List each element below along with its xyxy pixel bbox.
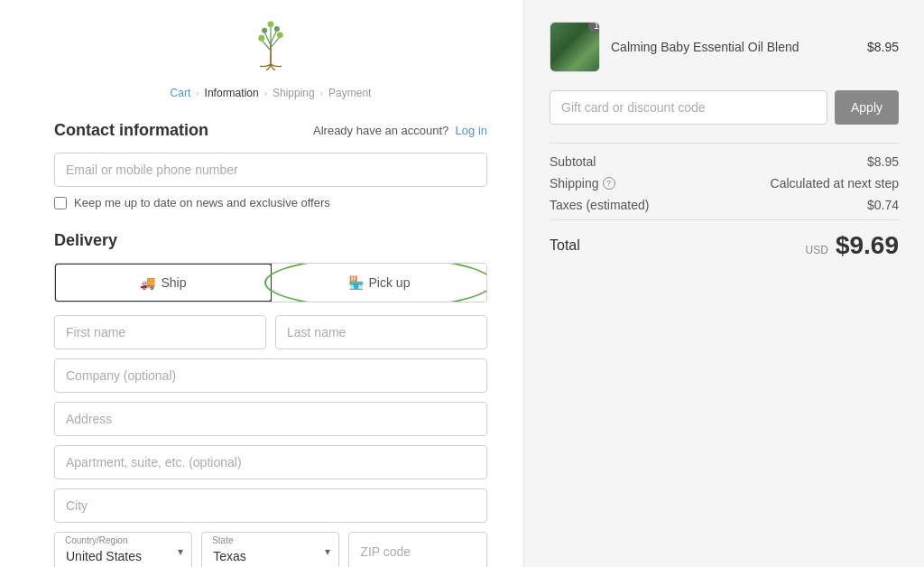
svg-point-10 bbox=[268, 21, 274, 27]
checkout-form: Cart › Information › Shipping › Payment … bbox=[0, 0, 523, 567]
tab-pickup-label: Pick up bbox=[369, 275, 411, 290]
total-divider bbox=[550, 219, 899, 220]
pickup-icon: 🏪 bbox=[348, 275, 364, 290]
product-name: Calming Baby Essential Oil Blend bbox=[611, 40, 856, 54]
breadcrumb: Cart › Information › Shipping › Payment bbox=[54, 87, 487, 99]
location-row: Country/Region United States ▾ State Tex… bbox=[54, 532, 487, 567]
existing-account-text: Already have an account? Log in bbox=[313, 124, 487, 137]
tab-ship-label: Ship bbox=[161, 275, 186, 290]
breadcrumb-separator-2: › bbox=[264, 88, 267, 98]
order-summary-panel: 1 Calming Baby Essential Oil Blend $8.95… bbox=[523, 0, 924, 567]
breadcrumb-information: Information bbox=[205, 87, 259, 99]
logo-area bbox=[54, 18, 487, 72]
email-input[interactable] bbox=[54, 153, 487, 187]
product-image-wrapper: 1 bbox=[550, 22, 600, 72]
summary-divider bbox=[550, 143, 899, 144]
email-field-wrapper bbox=[54, 153, 487, 187]
city-input[interactable] bbox=[54, 488, 487, 523]
order-item: 1 Calming Baby Essential Oil Blend $8.95 bbox=[550, 22, 899, 72]
address-input[interactable] bbox=[54, 402, 487, 436]
total-row: Total USD $9.69 bbox=[550, 231, 899, 260]
newsletter-label: Keep me up to date on news and exclusive… bbox=[74, 196, 330, 209]
country-select-wrapper: Country/Region United States ▾ bbox=[54, 532, 192, 567]
first-name-input[interactable] bbox=[54, 315, 266, 349]
city-field-wrapper bbox=[54, 488, 487, 523]
apartment-input[interactable] bbox=[54, 445, 487, 479]
subtotal-value: $8.95 bbox=[867, 154, 899, 169]
apply-button[interactable]: Apply bbox=[835, 90, 899, 125]
shipping-row: Shipping ? Calculated at next step bbox=[550, 176, 899, 191]
shipping-label: Shipping bbox=[550, 176, 599, 191]
tab-ship[interactable]: 🚚 Ship bbox=[54, 263, 273, 302]
zip-input[interactable] bbox=[348, 532, 487, 567]
apartment-field-wrapper bbox=[54, 445, 487, 479]
subtotal-label: Subtotal bbox=[550, 154, 596, 169]
login-link[interactable]: Log in bbox=[456, 124, 487, 137]
address-field-wrapper bbox=[54, 402, 487, 436]
breadcrumb-shipping: Shipping bbox=[273, 87, 315, 99]
breadcrumb-cart[interactable]: Cart bbox=[171, 87, 191, 99]
country-label: Country/Region bbox=[65, 535, 127, 545]
delivery-tabs: 🚚 Ship 🏪 Pick up bbox=[54, 263, 487, 302]
total-currency: USD bbox=[806, 244, 828, 256]
shipping-label-group: Shipping ? bbox=[550, 176, 615, 191]
total-amount-group: USD $9.69 bbox=[806, 231, 899, 260]
svg-line-3 bbox=[264, 32, 271, 45]
delivery-section: Delivery 🚚 Ship 🏪 Pick up bbox=[54, 231, 487, 567]
contact-info-title: Contact information bbox=[54, 121, 208, 140]
shipping-help-icon[interactable]: ? bbox=[603, 177, 615, 190]
name-row bbox=[54, 315, 487, 349]
taxes-value: $0.74 bbox=[867, 198, 899, 212]
state-label: State bbox=[212, 535, 233, 545]
delivery-title: Delivery bbox=[54, 231, 487, 250]
gift-card-input[interactable] bbox=[550, 90, 827, 125]
shipping-value: Calculated at next step bbox=[771, 176, 899, 191]
company-field-wrapper bbox=[54, 358, 487, 393]
svg-point-9 bbox=[274, 26, 280, 32]
ship-icon: 🚚 bbox=[140, 275, 155, 290]
state-select-wrapper: State Texas ▾ bbox=[201, 532, 339, 567]
svg-line-2 bbox=[271, 37, 280, 48]
gift-card-row: Apply bbox=[550, 90, 899, 125]
svg-point-6 bbox=[258, 35, 264, 42]
tab-pickup[interactable]: 🏪 Pick up bbox=[272, 264, 486, 302]
company-input[interactable] bbox=[54, 358, 487, 393]
breadcrumb-separator-1: › bbox=[196, 88, 199, 98]
svg-point-7 bbox=[277, 32, 283, 38]
total-label: Total bbox=[550, 237, 580, 254]
breadcrumb-payment: Payment bbox=[328, 87, 371, 99]
store-logo bbox=[244, 18, 298, 72]
breadcrumb-separator-3: › bbox=[320, 88, 323, 98]
total-amount: $9.69 bbox=[836, 231, 899, 260]
svg-point-8 bbox=[262, 28, 267, 33]
product-price: $8.95 bbox=[867, 40, 899, 54]
last-name-input[interactable] bbox=[275, 315, 487, 349]
newsletter-checkbox[interactable] bbox=[54, 197, 67, 209]
contact-info-header: Contact information Already have an acco… bbox=[54, 121, 487, 140]
newsletter-row: Keep me up to date on news and exclusive… bbox=[54, 196, 487, 209]
subtotal-row: Subtotal $8.95 bbox=[550, 154, 899, 169]
taxes-row: Taxes (estimated) $0.74 bbox=[550, 198, 899, 212]
taxes-label: Taxes (estimated) bbox=[550, 198, 649, 212]
